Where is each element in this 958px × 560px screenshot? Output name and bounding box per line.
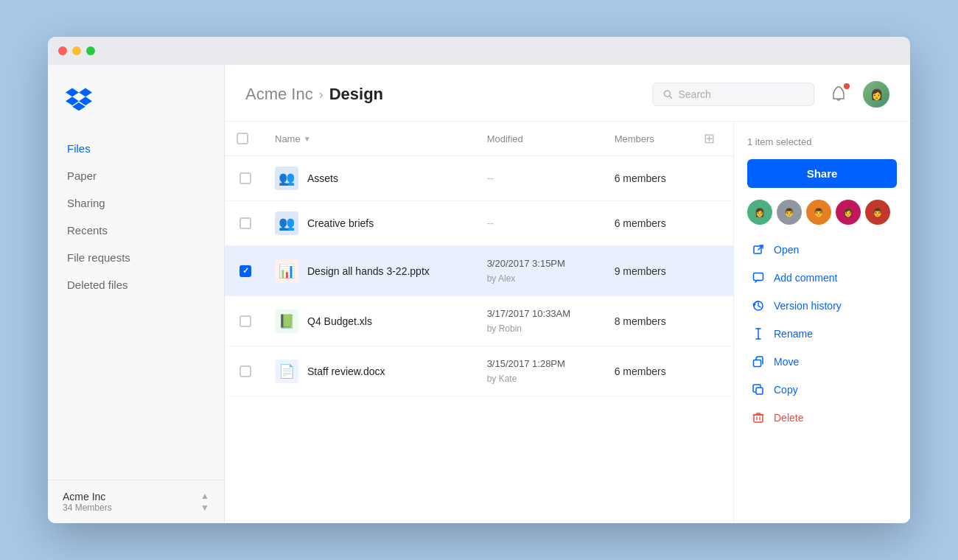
row-members-cell: 8 members bbox=[603, 296, 692, 346]
file-name: Assets bbox=[307, 172, 338, 184]
table-row[interactable]: 📄 Staff review.docx 3/15/2017 1:28PMby K… bbox=[225, 346, 733, 396]
file-type-icon: 👥 bbox=[275, 211, 298, 235]
member-avatar-image: 👩 bbox=[747, 200, 772, 225]
action-rename[interactable]: Rename bbox=[747, 321, 897, 347]
svg-rect-10 bbox=[756, 388, 763, 394]
member-avatar-image: 👨 bbox=[865, 200, 890, 225]
search-box[interactable] bbox=[652, 83, 814, 106]
user-avatar[interactable]: 👩 bbox=[863, 81, 889, 108]
close-button[interactable] bbox=[58, 46, 67, 55]
row-modified-cell: -- bbox=[475, 156, 603, 201]
action-icon-rename bbox=[752, 327, 765, 340]
action-list: Open Add comment Version history Rename … bbox=[747, 237, 897, 431]
row-checkbox-cell bbox=[225, 156, 263, 201]
file-name: Design all hands 3-22.pptx bbox=[307, 265, 430, 277]
row-checkbox[interactable] bbox=[240, 315, 251, 327]
sidebar-item-files[interactable]: Files bbox=[57, 136, 215, 161]
search-input[interactable] bbox=[678, 88, 803, 100]
member-avatar: 👨 bbox=[806, 200, 831, 225]
grid-view-icon[interactable]: ⊞ bbox=[704, 131, 715, 146]
member-avatars: 👩👨👨👩👨 bbox=[747, 200, 897, 225]
breadcrumb: Acme Inc › Design bbox=[245, 85, 383, 104]
share-button[interactable]: Share bbox=[747, 159, 897, 188]
sort-arrow-icon: ▼ bbox=[304, 135, 311, 143]
table-row[interactable]: 👥 Creative briefs -- 6 members bbox=[225, 201, 733, 246]
copy-icon bbox=[752, 384, 764, 396]
action-icon-delete bbox=[752, 411, 765, 424]
action-label-rename: Rename bbox=[774, 328, 813, 340]
name-column-header[interactable]: Name ▼ bbox=[263, 122, 475, 156]
sidebar-item-file-requests[interactable]: File requests bbox=[57, 245, 215, 270]
file-table-wrapper: Name ▼ Modified Members ⊞ bbox=[225, 122, 733, 523]
action-icon-move bbox=[752, 355, 765, 368]
row-modified-cell: -- bbox=[475, 201, 603, 246]
member-avatar-image: 👩 bbox=[836, 200, 861, 225]
minimize-button[interactable] bbox=[72, 46, 81, 55]
action-delete[interactable]: Delete bbox=[747, 405, 897, 431]
select-all-header bbox=[225, 122, 263, 156]
action-add-comment[interactable]: Add comment bbox=[747, 265, 897, 291]
main-header: Acme Inc › Design bbox=[225, 65, 910, 122]
action-move[interactable]: Move bbox=[747, 349, 897, 375]
action-icon-version-history bbox=[752, 299, 765, 312]
row-checkbox[interactable] bbox=[240, 217, 251, 229]
member-avatar-image: 👨 bbox=[777, 200, 802, 225]
row-checkbox[interactable] bbox=[240, 365, 251, 377]
sidebar-org-members: 34 Members bbox=[63, 503, 112, 513]
breadcrumb-parent[interactable]: Acme Inc bbox=[245, 85, 313, 104]
action-icon-add-comment bbox=[752, 271, 765, 284]
file-type-icon: 📄 bbox=[275, 360, 298, 383]
select-all-checkbox[interactable] bbox=[237, 133, 248, 144]
breadcrumb-separator: › bbox=[319, 87, 324, 102]
dropbox-logo-icon bbox=[66, 85, 92, 112]
move-icon bbox=[752, 356, 764, 368]
file-table: Name ▼ Modified Members ⊞ bbox=[225, 122, 733, 396]
action-label-copy: Copy bbox=[774, 384, 798, 396]
file-type-icon: 📗 bbox=[275, 309, 298, 333]
file-name: Staff review.docx bbox=[307, 365, 385, 377]
sidebar-org-chevron[interactable]: ▲ ▼ bbox=[200, 491, 209, 513]
fullscreen-button[interactable] bbox=[86, 46, 95, 55]
row-checkbox[interactable] bbox=[240, 265, 251, 277]
action-label-move: Move bbox=[774, 356, 799, 368]
selected-label: 1 item selected bbox=[747, 136, 897, 147]
row-checkbox-cell bbox=[225, 246, 263, 296]
sidebar-item-deleted-files[interactable]: Deleted files bbox=[57, 272, 215, 298]
action-version-history[interactable]: Version history bbox=[747, 293, 897, 319]
notification-button[interactable] bbox=[826, 82, 851, 107]
comment-icon bbox=[752, 272, 764, 284]
row-checkbox-cell bbox=[225, 346, 263, 396]
rename-icon bbox=[752, 328, 764, 340]
view-toggle[interactable]: ⊞ bbox=[692, 122, 733, 156]
action-open[interactable]: Open bbox=[747, 237, 897, 263]
sidebar: Files Paper Sharing Recents File request… bbox=[48, 65, 225, 523]
titlebar bbox=[48, 37, 910, 65]
sidebar-item-sharing[interactable]: Sharing bbox=[57, 190, 215, 216]
row-modified-cell: 3/20/2017 3:15PMby Alex bbox=[475, 246, 603, 296]
row-checkbox-cell bbox=[225, 201, 263, 246]
svg-line-1 bbox=[669, 96, 671, 98]
action-label-delete: Delete bbox=[774, 412, 803, 424]
sidebar-item-paper[interactable]: Paper bbox=[57, 163, 215, 189]
row-name-cell: 👥 Assets bbox=[263, 156, 475, 201]
action-label-add-comment: Add comment bbox=[774, 272, 837, 284]
row-members-cell: 6 members bbox=[603, 156, 692, 201]
svg-rect-11 bbox=[754, 415, 763, 422]
traffic-lights bbox=[58, 46, 95, 55]
row-name-cell: 📄 Staff review.docx bbox=[263, 346, 475, 396]
row-members-cell: 6 members bbox=[603, 346, 692, 396]
table-row[interactable]: 📊 Design all hands 3-22.pptx 3/20/2017 3… bbox=[225, 246, 733, 296]
row-name-cell: 📗 Q4 Budget.xls bbox=[263, 296, 475, 346]
sidebar-item-recents[interactable]: Recents bbox=[57, 217, 215, 243]
row-members-cell: 9 members bbox=[603, 246, 692, 296]
svg-rect-4 bbox=[754, 273, 763, 281]
member-avatar: 👨 bbox=[865, 200, 890, 225]
search-icon bbox=[663, 89, 672, 99]
action-icon-open bbox=[752, 243, 765, 256]
action-icon-copy bbox=[752, 383, 765, 396]
table-row[interactable]: 👥 Assets -- 6 members bbox=[225, 156, 733, 201]
table-row[interactable]: 📗 Q4 Budget.xls 3/17/2017 10:33AMby Robi… bbox=[225, 296, 733, 346]
row-checkbox[interactable] bbox=[240, 172, 251, 184]
action-copy[interactable]: Copy bbox=[747, 377, 897, 403]
bell-icon bbox=[831, 86, 846, 102]
